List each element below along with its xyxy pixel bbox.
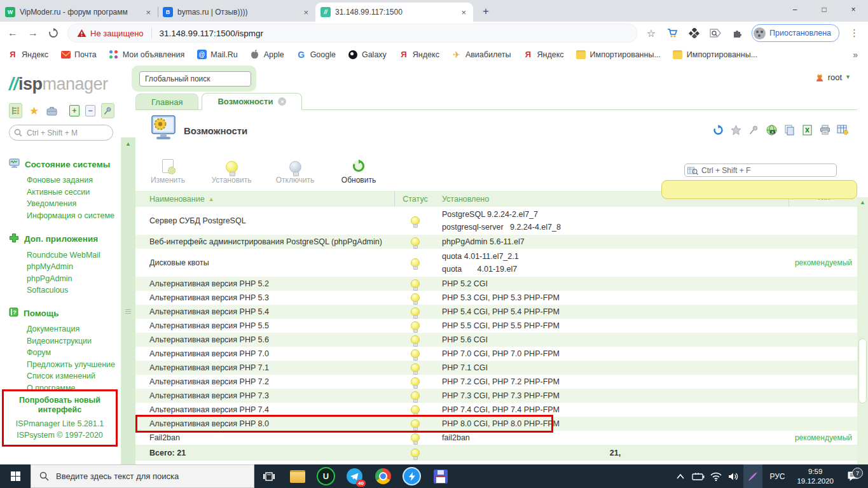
menu-section-title[interactable]: Состояние системы: [9, 158, 121, 170]
bookmark-item[interactable]: ЯЯндекс: [399, 50, 439, 60]
copy-icon[interactable]: [783, 124, 795, 136]
tab-close-icon[interactable]: ×: [144, 8, 153, 17]
column-name[interactable]: Наименование ▲: [135, 195, 394, 204]
global-search-input[interactable]: [139, 71, 251, 87]
table-row[interactable]: Альтернативная версия PHP 5.6PHP 5.6 CGI: [135, 333, 857, 347]
tray-chevron-icon[interactable]: [672, 464, 689, 488]
refresh-button[interactable]: Обновить: [335, 158, 382, 185]
install-button[interactable]: Установить: [208, 158, 255, 185]
bookmark-item[interactable]: GGoogle: [296, 50, 336, 60]
sidebar-item[interactable]: Информация о системе: [27, 211, 121, 220]
puzzle-extensions-icon[interactable]: [730, 26, 744, 40]
browser-tab[interactable]: //31.148.99.117:1500×: [315, 3, 473, 22]
sidebar-item[interactable]: Фоновые задания: [27, 176, 121, 185]
splitter-grip-icon[interactable]: [125, 309, 131, 314]
bookmark-item[interactable]: Импортированны...: [673, 50, 757, 60]
action-center-icon[interactable]: 7: [840, 471, 865, 482]
search-tag-extension-icon[interactable]: [708, 26, 722, 40]
table-row[interactable]: Альтернативная версия PHP 7.2PHP 7.2 CGI…: [135, 375, 857, 389]
sidebar-item[interactable]: Документация: [27, 324, 121, 333]
tab-close-icon[interactable]: ×: [301, 8, 310, 17]
favorites-star-icon[interactable]: ★: [28, 104, 40, 118]
utorrent-icon[interactable]: U: [312, 464, 340, 488]
tab-home[interactable]: Главная: [135, 94, 198, 110]
bookmark-item[interactable]: Почта: [60, 50, 97, 60]
table-row[interactable]: Альтернативная версия PHP 5.5PHP 5.5 CGI…: [135, 319, 857, 333]
file-explorer-icon[interactable]: [283, 464, 312, 488]
bookmark-item[interactable]: Galaxy: [348, 50, 387, 60]
vertical-scrollbar[interactable]: ▲: [857, 197, 868, 464]
sidebar-item[interactable]: Предложить улучшение: [27, 360, 121, 369]
taskbar-search[interactable]: Введите здесь текст для поиска: [31, 464, 254, 488]
sidebar-item[interactable]: Softaculous: [27, 286, 121, 295]
sidebar-item[interactable]: Roundcube WebMail: [27, 251, 121, 260]
omnibox[interactable]: Не защищено 31.148.99.117:1500/ispmgr: [67, 24, 637, 43]
bookmark-item[interactable]: ЯЯндекс: [523, 50, 564, 60]
cart-extension-icon[interactable]: [665, 26, 679, 40]
print-icon[interactable]: [819, 124, 830, 136]
clock[interactable]: 9:59 19.12.2020: [792, 467, 839, 486]
user-menu[interactable]: root ▼: [815, 72, 851, 82]
sidebar-item[interactable]: Видеоинструкции: [27, 337, 121, 345]
bookmark-item[interactable]: @Mail.Ru: [196, 50, 237, 60]
edit-button[interactable]: Изменить: [144, 158, 191, 185]
new-tab-button[interactable]: +: [477, 3, 495, 20]
tree-view-icon[interactable]: [9, 103, 22, 118]
table-row[interactable]: Альтернативная версия PHP 5.3PHP 5.3 CGI…: [135, 291, 857, 305]
favorite-star-icon[interactable]: [730, 124, 741, 136]
sidebar-item[interactable]: phpMyAdmin: [27, 262, 121, 271]
sidebar-search-input[interactable]: [9, 125, 113, 141]
collapse-arrow-icon[interactable]: ▲: [121, 137, 135, 147]
browser-tab[interactable]: Bbymas.ru | Отзыв))))×: [158, 3, 315, 22]
table-row[interactable]: Альтернативная версия PHP 5.4PHP 5.4 CGI…: [135, 305, 857, 319]
export-excel-icon[interactable]: [801, 124, 813, 136]
sidebar-item[interactable]: Активные сессии: [27, 188, 121, 197]
sidebar-splitter[interactable]: ▲: [121, 137, 135, 464]
diamonds-extension-icon[interactable]: [687, 26, 701, 40]
new-interface-box[interactable]: Попробовать новый интерфейс ISPmanager L…: [2, 389, 118, 447]
volume-icon[interactable]: [726, 464, 742, 488]
bookmark-item[interactable]: Мои объявления: [109, 50, 185, 60]
pen-tool-icon[interactable]: [743, 464, 762, 488]
browser-tab[interactable]: WVipModer.ru - форум программ×: [0, 3, 158, 22]
minimize-button[interactable]: –: [780, 0, 809, 19]
disable-button[interactable]: Отключить: [272, 158, 319, 185]
speedtest-icon[interactable]: [397, 464, 426, 488]
bookmarks-overflow-icon[interactable]: »: [853, 50, 860, 60]
table-row[interactable]: Альтернативная версия PHP 8.0PHP 8.0 CGI…: [135, 417, 857, 431]
refresh-icon[interactable]: [712, 124, 724, 136]
security-chip[interactable]: Не защищено: [77, 29, 144, 38]
tab-close-icon[interactable]: ×: [278, 97, 286, 106]
close-button[interactable]: ×: [839, 0, 868, 19]
tab-features[interactable]: Возможности ×: [202, 93, 302, 110]
table-row[interactable]: Альтернативная версия PHP 7.1PHP 7.1 CGI: [135, 361, 857, 375]
task-view-icon[interactable]: [254, 464, 283, 488]
save-floppy-icon[interactable]: [426, 464, 455, 488]
tab-close-icon[interactable]: ×: [459, 8, 468, 17]
briefcase-icon[interactable]: [46, 104, 58, 118]
scrollbar-thumb[interactable]: [858, 338, 867, 403]
wifi-icon[interactable]: [708, 464, 724, 488]
table-row[interactable]: Альтернативная версия PHP 7.3PHP 7.3 CGI…: [135, 389, 857, 403]
reload-icon[interactable]: [47, 27, 60, 39]
table-row[interactable]: Fail2banfail2banрекомендуемый: [135, 431, 857, 445]
menu-section-title[interactable]: ?Помощь: [9, 307, 121, 319]
collapse-all-icon[interactable]: −: [85, 105, 95, 116]
pin-icon[interactable]: [748, 124, 759, 136]
chrome-icon[interactable]: [369, 464, 397, 488]
bookmark-item[interactable]: Apple: [250, 50, 284, 60]
table-row[interactable]: Веб-интерфейс администрирования PostgreS…: [135, 235, 857, 249]
sidebar-item[interactable]: Уведомления: [27, 199, 121, 208]
expand-all-icon[interactable]: +: [69, 105, 79, 116]
browser-menu-icon[interactable]: ⋮: [847, 27, 862, 39]
scroll-up-icon[interactable]: ▲: [857, 197, 868, 206]
sidebar-item[interactable]: Форум: [27, 348, 121, 357]
battery-icon[interactable]: [690, 464, 706, 488]
table-row[interactable]: Альтернативная версия PHP 5.2PHP 5.2 CGI: [135, 277, 857, 291]
table-row[interactable]: Дисковые квотыquota 4.01-11.el7_2.1quota…: [135, 249, 857, 277]
bookmark-star-icon[interactable]: ☆: [645, 27, 658, 39]
maximize-button[interactable]: □: [809, 0, 839, 19]
pin-sidebar-icon[interactable]: [101, 103, 114, 118]
start-button[interactable]: [0, 464, 31, 488]
bookmark-item[interactable]: Импортированны...: [576, 50, 661, 60]
